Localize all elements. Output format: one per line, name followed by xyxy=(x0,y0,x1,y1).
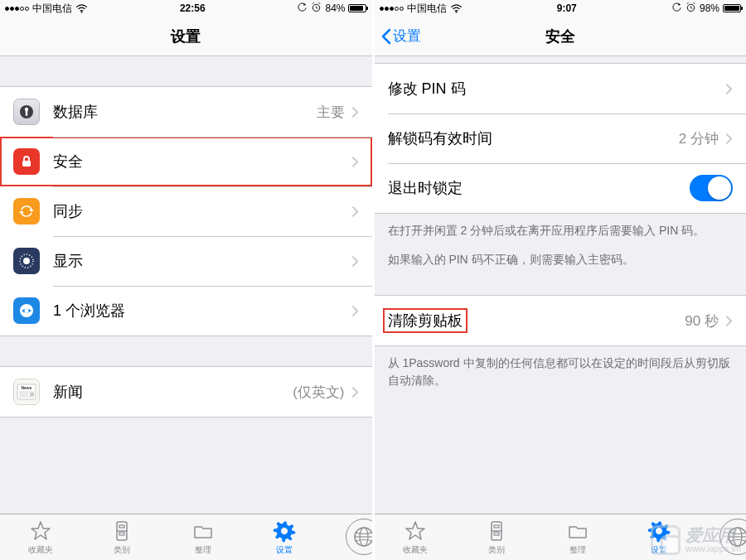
phone-left-settings: 中国电信 22:56 84% 设置 数据库 xyxy=(0,0,375,560)
lock-icon xyxy=(13,148,40,175)
tab-globe[interactable] xyxy=(326,514,372,560)
nav-bar: 设置 安全 xyxy=(375,17,747,56)
signal-strength-icon xyxy=(5,7,29,11)
chevron-right-icon xyxy=(725,83,733,95)
cell-unlock-timeout[interactable]: 解锁码有效时间 2 分钟 xyxy=(375,113,747,163)
cell-security[interactable]: 安全 xyxy=(0,137,372,186)
nav-bar: 设置 xyxy=(0,17,372,56)
browser-icon xyxy=(13,297,40,324)
nav-title: 设置 xyxy=(171,27,201,46)
wifi-icon xyxy=(75,4,88,13)
tab-organize[interactable]: 整理 xyxy=(162,514,244,560)
chevron-right-icon xyxy=(725,315,733,327)
settings-group-main: 数据库 主要 安全 同步 xyxy=(0,86,372,336)
phone-right-security: 中国电信 9:07 98% 设置 安全 修改 PIN 码 xyxy=(375,0,747,560)
cell-label: 显示 xyxy=(53,251,351,271)
chevron-left-icon xyxy=(381,28,391,45)
chevron-right-icon xyxy=(351,305,359,317)
cell-label: 安全 xyxy=(53,152,351,171)
chevron-right-icon xyxy=(351,156,359,168)
cell-detail: 主要 xyxy=(317,103,345,122)
cell-label: 1 个浏览器 xyxy=(53,301,351,321)
content-right[interactable]: 修改 PIN 码 解锁码有效时间 2 分钟 退出时锁定 在打开并闲置 2 分钟后… xyxy=(375,56,747,514)
chevron-right-icon xyxy=(351,386,359,398)
security-group: 修改 PIN 码 解锁码有效时间 2 分钟 退出时锁定 xyxy=(375,63,747,214)
cell-label: 同步 xyxy=(53,201,351,221)
status-bar: 中国电信 22:56 84% xyxy=(0,0,372,17)
cell-lock-on-exit[interactable]: 退出时锁定 xyxy=(375,163,747,213)
nav-title: 安全 xyxy=(545,27,575,46)
svg-rect-14 xyxy=(22,161,31,167)
alarm-icon xyxy=(685,2,696,15)
svg-text:News: News xyxy=(21,385,31,390)
footer-explanation-clipboard: 从 1Password 中复制的任何信息都可以在设定的时间段后从剪切版自动清除。 xyxy=(375,346,747,398)
svg-rect-13 xyxy=(26,110,27,116)
carrier-label: 中国电信 xyxy=(32,2,72,16)
cell-browser[interactable]: 1 个浏览器 xyxy=(0,286,372,336)
cell-label: 解锁码有效时间 xyxy=(388,128,679,148)
tab-categories[interactable]: 类别 xyxy=(81,514,162,560)
battery-pct: 98% xyxy=(700,2,719,14)
svg-rect-25 xyxy=(30,393,34,396)
chevron-right-icon xyxy=(725,133,733,145)
tab-organize[interactable]: 整理 xyxy=(537,514,618,560)
nav-back-button[interactable]: 设置 xyxy=(381,27,421,46)
display-icon xyxy=(13,248,40,274)
chevron-right-icon xyxy=(351,255,359,268)
lock-on-exit-toggle[interactable] xyxy=(690,175,733,201)
cell-detail: 2 分钟 xyxy=(679,129,719,148)
cell-change-pin[interactable]: 修改 PIN 码 xyxy=(375,64,747,113)
clipboard-group: 清除剪贴板 90 秒 xyxy=(375,295,747,346)
chevron-right-icon xyxy=(351,205,359,218)
sync-icon xyxy=(13,198,40,224)
cell-database[interactable]: 数据库 主要 xyxy=(0,87,372,137)
footer-explanation-1: 在打开并闲置 2 分钟后或在离开应用程序后需要输入 PIN 码。 xyxy=(375,214,747,248)
tab-favorites[interactable]: 收藏夹 xyxy=(375,514,456,560)
cell-label: 清除剪贴板 xyxy=(388,308,685,333)
settings-group-news: News 新闻 (仅英文) xyxy=(0,366,372,418)
signal-strength-icon xyxy=(380,7,404,11)
battery-icon xyxy=(723,4,741,12)
nav-back-label: 设置 xyxy=(393,27,421,46)
cell-label: 退出时锁定 xyxy=(388,178,690,198)
cell-detail: (仅英文) xyxy=(293,383,344,402)
tab-settings[interactable]: 设置 xyxy=(618,514,700,560)
status-time: 22:56 xyxy=(180,2,206,14)
news-icon: News xyxy=(13,379,40,405)
svg-point-16 xyxy=(23,258,30,264)
chevron-right-icon xyxy=(351,106,359,118)
wifi-icon xyxy=(450,4,463,13)
carrier-label: 中国电信 xyxy=(407,2,447,16)
content-left[interactable]: 数据库 主要 安全 同步 xyxy=(0,56,372,514)
footer-explanation-2: 如果输入的 PIN 码不正确，则需要输入主密码。 xyxy=(375,248,747,277)
cell-label: 修改 PIN 码 xyxy=(388,79,726,99)
battery-icon xyxy=(348,4,366,12)
tab-settings[interactable]: 设置 xyxy=(244,514,325,560)
cell-clear-clipboard[interactable]: 清除剪贴板 90 秒 xyxy=(375,296,747,345)
svg-point-18 xyxy=(25,309,29,313)
database-icon xyxy=(13,99,40,125)
cell-sync[interactable]: 同步 xyxy=(0,186,372,236)
rotation-lock-icon xyxy=(297,2,308,15)
battery-pct: 84% xyxy=(325,2,345,14)
alarm-icon xyxy=(311,2,322,15)
tab-categories[interactable]: 类别 xyxy=(456,514,537,560)
cell-detail: 90 秒 xyxy=(685,311,719,331)
cell-display[interactable]: 显示 xyxy=(0,236,372,286)
status-time: 9:07 xyxy=(557,2,577,14)
rotation-lock-icon xyxy=(671,2,682,15)
status-bar: 中国电信 9:07 98% xyxy=(375,0,747,17)
tab-favorites[interactable]: 收藏夹 xyxy=(0,514,81,560)
tab-bar: 收藏夹 类别 整理 设置 xyxy=(0,514,372,560)
cell-news[interactable]: News 新闻 (仅英文) xyxy=(0,367,372,417)
tab-globe[interactable] xyxy=(700,514,746,560)
cell-label: 新闻 xyxy=(53,382,293,402)
tab-bar: 收藏夹 类别 整理 设置 xyxy=(375,514,747,560)
cell-label: 数据库 xyxy=(53,102,317,122)
